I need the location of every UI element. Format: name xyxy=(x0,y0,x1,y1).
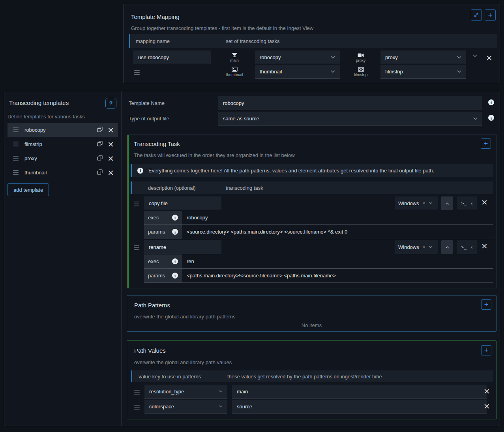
mapping-task-select-thumbnail[interactable]: thumbnail xyxy=(255,65,340,79)
terminal-icon[interactable]: >_ xyxy=(461,245,467,250)
task-collapse-button[interactable] xyxy=(441,196,453,210)
add-mapping-button[interactable]: + xyxy=(485,9,496,21)
trophy-icon xyxy=(232,52,238,58)
task-delete-button[interactable]: × xyxy=(481,242,488,250)
transcoding-task-section: Transcoding Task + The tasks will exectu… xyxy=(127,135,497,288)
task-type-toggle[interactable]: >_ ‹ xyxy=(457,240,477,254)
task-description-input[interactable] xyxy=(144,196,221,210)
path-value-drag-handle[interactable] xyxy=(134,404,140,411)
template-mapping-title: Template Mapping xyxy=(131,13,180,20)
template-editor: Template Name i Type of output file same… xyxy=(122,91,500,426)
help-button[interactable]: ? xyxy=(105,98,116,109)
task-os-multiselect[interactable]: Windows × xyxy=(395,240,438,254)
path-value-delete-button[interactable]: × xyxy=(483,402,490,410)
slot-main-label: main xyxy=(230,58,239,63)
sidebar-item-proxy[interactable]: proxy × xyxy=(7,151,118,165)
angle-left-icon[interactable]: ‹ xyxy=(471,244,473,250)
chevron-up-icon xyxy=(446,202,449,205)
slot-filmstrip-label: filmstrip xyxy=(354,73,367,77)
sidebar-item-thumbnail[interactable]: thumbnail × xyxy=(7,165,118,180)
output-type-select[interactable]: same as source xyxy=(218,112,482,125)
chevron-down-icon xyxy=(219,405,223,408)
path-value-key: colorspace xyxy=(149,404,174,410)
drag-handle-icon[interactable] xyxy=(13,155,19,162)
drag-handle-icon[interactable] xyxy=(13,126,19,133)
copy-icon xyxy=(97,169,103,176)
task-task-column-header: transcoding task xyxy=(226,185,263,191)
mapping-delete-button[interactable]: × xyxy=(486,54,493,62)
section-stripe-green xyxy=(127,135,129,288)
mapping-task-select-filmstrip[interactable]: filmstrip xyxy=(380,65,466,79)
task-delete-button[interactable]: × xyxy=(481,198,488,206)
drag-handle-icon[interactable] xyxy=(13,140,19,148)
path-values-title: Path Values xyxy=(134,347,166,354)
delete-template-button[interactable]: × xyxy=(107,140,114,148)
angle-left-icon[interactable]: ‹ xyxy=(471,200,473,206)
copy-icon xyxy=(97,155,103,162)
delete-template-button[interactable]: × xyxy=(107,168,114,176)
task-drag-handle[interactable] xyxy=(134,200,139,208)
duplicate-template-button[interactable] xyxy=(95,141,105,148)
template-name-input[interactable] xyxy=(218,96,482,110)
mapping-task-select-main-value: robocopy xyxy=(260,54,281,60)
exec-value[interactable]: ren xyxy=(182,254,194,268)
params-value[interactable]: <paths.main.directory>\<source.filename>… xyxy=(182,269,336,282)
os-tag-remove-icon[interactable]: × xyxy=(422,244,425,250)
sidebar-item-robocopy[interactable]: robocopy × xyxy=(7,123,118,137)
params-label-cell: params i xyxy=(144,225,182,239)
sidebar-item-filmstrip[interactable]: filmstrip × xyxy=(7,137,118,151)
exec-value[interactable]: robocopy xyxy=(182,211,208,224)
copy-icon xyxy=(97,141,103,148)
mapping-header-row: mapping name set of transcoding tasks xyxy=(129,34,497,48)
path-values-value-column-header: these values get resolved by the path pa… xyxy=(227,374,382,380)
os-tag-label: Windows xyxy=(398,244,419,250)
duplicate-template-button[interactable] xyxy=(95,155,105,162)
task-description-input[interactable] xyxy=(144,240,221,254)
mapping-task-select-thumbnail-value: thumbnail xyxy=(260,69,282,75)
terminal-icon[interactable]: >_ xyxy=(461,201,467,206)
delete-template-button[interactable]: × xyxy=(107,126,114,134)
path-value-key-select[interactable]: colorspace xyxy=(144,400,227,413)
path-patterns-section: Path Patterns + overwrite the global and… xyxy=(127,295,497,332)
expand-button[interactable] xyxy=(471,9,482,21)
mapping-drag-handle[interactable] xyxy=(134,69,140,76)
exec-label: exec xyxy=(148,215,159,221)
slot-proxy: proxy xyxy=(349,50,373,65)
sidebar-title: Transcoding templates xyxy=(9,99,69,106)
info-banner: i Everything comes together here! All th… xyxy=(131,164,493,177)
task-drag-handle[interactable] xyxy=(134,244,139,251)
path-value-key-select[interactable]: resolution_type xyxy=(144,385,227,398)
params-value[interactable]: <source.directory> <paths.main.directory… xyxy=(182,225,347,239)
mapping-slot-icons-b: proxy filmstrip xyxy=(349,50,373,79)
mapping-name-input[interactable] xyxy=(133,50,211,64)
os-tag-remove-icon[interactable]: × xyxy=(422,200,425,206)
add-path-pattern-button[interactable]: + xyxy=(481,299,491,310)
output-type-label: Type of output file xyxy=(129,116,169,122)
delete-template-button[interactable]: × xyxy=(107,154,114,162)
info-banner-text: Everything comes together here! All the … xyxy=(148,168,434,174)
add-path-value-button[interactable]: + xyxy=(481,345,491,355)
task-os-multiselect[interactable]: Windows × xyxy=(395,196,438,210)
info-icon: i xyxy=(172,273,178,279)
duplicate-template-button[interactable] xyxy=(95,169,105,176)
exec-label-cell: exec i xyxy=(144,211,182,224)
chevron-down-icon xyxy=(457,56,461,59)
mapping-task-select-proxy[interactable]: proxy xyxy=(380,50,466,64)
path-value-input[interactable] xyxy=(232,400,487,413)
task-type-toggle[interactable]: >_ ‹ xyxy=(457,196,477,210)
duplicate-template-button[interactable] xyxy=(95,127,105,133)
path-value-input[interactable] xyxy=(232,385,487,398)
add-template-button[interactable]: add template xyxy=(7,183,49,196)
add-task-button[interactable]: + xyxy=(481,138,491,149)
path-value-delete-button[interactable]: × xyxy=(483,387,490,395)
mapping-task-select-main[interactable]: robocopy xyxy=(255,50,340,64)
task-params-row: params i <source.directory> <paths.main.… xyxy=(144,225,493,239)
mapping-collapse-button[interactable] xyxy=(473,54,477,57)
camera-icon xyxy=(358,53,364,58)
info-icon: i xyxy=(172,258,178,264)
drag-handle-icon[interactable] xyxy=(13,169,19,176)
task-collapse-button[interactable] xyxy=(441,240,453,254)
exec-label: exec xyxy=(148,258,159,264)
path-value-drag-handle[interactable] xyxy=(134,389,140,396)
os-tag-label: Windows xyxy=(398,200,419,206)
